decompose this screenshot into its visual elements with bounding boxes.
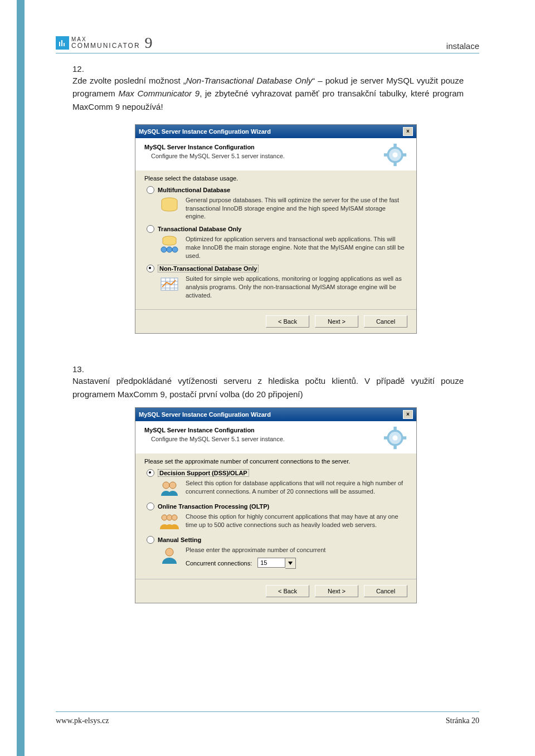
svg-point-28 (169, 482, 176, 489)
users-icon (159, 479, 180, 498)
option-label: Multifunctional Database (158, 187, 230, 193)
page: MAX COMMUNICATOR 9 instalace 12. Zde zvo… (0, 0, 535, 756)
option-desc: Select this option for database applicat… (186, 479, 407, 496)
next-button[interactable]: Next > (315, 315, 358, 328)
option-transactional: Transactional Database Only Optimized fo… (147, 225, 407, 260)
option-label: Transactional Database Only (158, 226, 241, 232)
svg-rect-23 (393, 427, 397, 431)
page-footer: www.pk-elsys.cz Stránka 20 (56, 711, 479, 725)
svg-rect-2 (64, 43, 65, 46)
dialog-footer: < Back Next > Cancel (135, 309, 416, 333)
svg-point-27 (163, 482, 169, 489)
svg-point-11 (161, 247, 167, 252)
radio-transactional[interactable] (147, 225, 154, 233)
titlebar[interactable]: MySQL Server Instance Configuration Wiza… (135, 408, 416, 421)
banner: MySQL Server Instance Configuration Conf… (135, 138, 416, 170)
option-label: Online Transaction Processing (OLTP) (158, 503, 269, 510)
svg-rect-24 (393, 445, 397, 449)
logo-icon (56, 36, 69, 50)
svg-rect-7 (384, 153, 388, 157)
option-desc: General purpose databases. This will opt… (186, 196, 407, 221)
next-button[interactable]: Next > (315, 585, 358, 597)
text-fragment: Zde zvolte poslední možnost „ (72, 76, 186, 85)
users-many-icon (159, 513, 180, 531)
dialog-connections: MySQL Server Instance Configuration Wiza… (135, 407, 417, 603)
footer-right: Stránka 20 (446, 716, 479, 725)
titlebar[interactable]: MySQL Server Instance Configuration Wiza… (135, 125, 416, 138)
page-fold-decoration (17, 0, 25, 756)
window-title: MySQL Server Instance Configuration Wiza… (139, 128, 271, 135)
list-body: Nastavení předpokládané vytíženosti serv… (72, 374, 464, 401)
svg-rect-8 (402, 153, 406, 157)
banner-title: MySQL Server Instance Configuration (144, 427, 383, 433)
back-button[interactable]: < Back (266, 315, 309, 328)
lead-text: Please set the approximate number of con… (144, 458, 407, 465)
option-non-transactional: Non-Transactional Database Only Suited f… (147, 265, 407, 300)
svg-point-31 (172, 515, 177, 520)
radio-oltp[interactable] (147, 503, 154, 510)
svg-rect-6 (393, 162, 397, 166)
dialog-footer: < Back Next > Cancel (135, 579, 416, 603)
banner-title: MySQL Server Instance Configuration (144, 144, 383, 150)
svg-rect-25 (384, 436, 388, 440)
panel: Please set the approximate number of con… (135, 453, 416, 575)
cancel-button[interactable]: Cancel (364, 585, 407, 597)
svg-rect-5 (393, 144, 397, 148)
svg-rect-1 (61, 40, 62, 46)
concurrent-label: Concurrent connections: (186, 560, 252, 567)
option-desc: Optimized for application servers and tr… (186, 235, 407, 260)
option-dss-olap: Decision Support (DSS)/OLAP Select this … (147, 469, 407, 498)
radio-dss-olap[interactable] (147, 469, 154, 477)
page-header: MAX COMMUNICATOR 9 instalace (56, 31, 479, 53)
lead-text: Please select the database usage. (144, 175, 407, 182)
text-fragment-italic: Max Communicator 9 (118, 89, 200, 98)
svg-point-4 (392, 152, 397, 157)
option-label: Non-Transactional Database Only (158, 265, 259, 272)
single-user-icon (159, 546, 180, 565)
list-item-13: 13. Nastavení předpokládané vytíženosti … (72, 364, 479, 401)
svg-point-13 (172, 247, 178, 252)
svg-point-12 (167, 247, 172, 252)
logo-line2: COMMUNICATOR (71, 42, 140, 49)
text-fragment-italic: Non-Transactional Database Only (186, 76, 313, 85)
option-label: Manual Setting (158, 536, 201, 543)
banner: MySQL Server Instance Configuration Conf… (135, 421, 416, 453)
radio-manual[interactable] (147, 536, 154, 544)
back-button[interactable]: < Back (266, 585, 309, 597)
radio-non-transactional[interactable] (147, 265, 154, 272)
option-desc: Suited for simple web applications, moni… (186, 275, 407, 300)
gear-icon (383, 426, 407, 450)
logo-suffix: 9 (145, 35, 153, 51)
panel: Please select the database usage. Multif… (135, 170, 416, 306)
cancel-button[interactable]: Cancel (364, 315, 407, 328)
spreadsheet-icon (159, 275, 180, 294)
option-oltp: Online Transaction Processing (OLTP) Cho… (147, 503, 407, 531)
svg-rect-26 (402, 436, 406, 440)
footer-left: www.pk-elsys.cz (56, 716, 109, 725)
list-item-12: 12. Zde zvolte poslední možnost „Non-Tra… (72, 64, 479, 113)
list-body: Zde zvolte poslední možnost „Non-Transac… (72, 74, 464, 113)
radio-multifunctional[interactable] (147, 186, 154, 194)
database-cluster-icon (159, 235, 180, 254)
close-icon[interactable]: × (403, 127, 413, 136)
gear-icon (383, 143, 407, 167)
svg-rect-0 (59, 42, 60, 46)
option-manual: Manual Setting Please enter the approxim… (147, 536, 407, 569)
list-number: 13. (72, 364, 88, 374)
option-multifunctional: Multifunctional Database General purpose… (147, 186, 407, 221)
window-title: MySQL Server Instance Configuration Wiza… (139, 411, 271, 418)
option-desc: Please enter the approximate number of c… (186, 546, 407, 554)
list-number: 12. (72, 64, 88, 74)
concurrent-input[interactable] (257, 558, 285, 568)
banner-subtitle: Configure the MySQL Server 5.1 server in… (151, 436, 383, 442)
svg-point-32 (166, 548, 173, 556)
option-label: Decision Support (DSS)/OLAP (158, 469, 249, 477)
svg-point-22 (392, 435, 397, 440)
dialog-db-usage: MySQL Server Instance Configuration Wiza… (135, 124, 417, 334)
header-right: instalace (446, 41, 479, 51)
option-desc: Choose this option for highly concurrent… (186, 513, 407, 529)
close-icon[interactable]: × (403, 410, 413, 419)
content: 12. Zde zvolte poslední možnost „Non-Tra… (72, 64, 479, 603)
banner-subtitle: Configure the MySQL Server 5.1 server in… (151, 153, 383, 159)
chevron-down-icon[interactable] (285, 558, 296, 569)
